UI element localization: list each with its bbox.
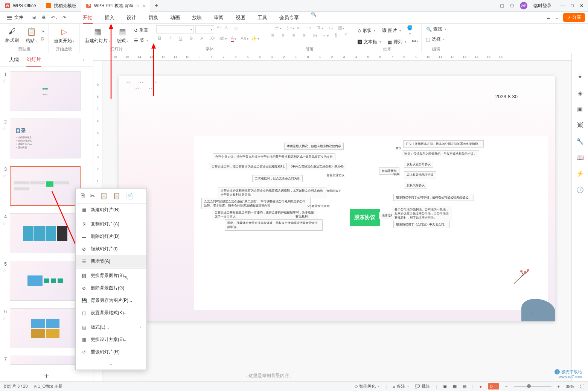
outline-icon[interactable]: ▭▾ <box>411 38 418 46</box>
redo-icon[interactable]: ↷ <box>62 15 66 20</box>
view-normal-icon[interactable]: ▣ <box>443 384 447 389</box>
ctx-save-bg[interactable]: 💾背景另存为图片(P)... <box>76 294 146 307</box>
numbering-icon[interactable]: ⋮≡▾ <box>285 25 292 30</box>
increase-indent-icon[interactable]: ⇥ <box>306 25 313 30</box>
animation-pane-icon[interactable]: ⚡ <box>576 170 584 177</box>
tab-animation[interactable]: 动画 <box>164 12 186 24</box>
canvas-viewport[interactable]: 〰 〰 〰 〰 〰 2023-8-30 股东协议 本质是股人协议，但也有股东协议… <box>102 61 571 381</box>
tab-tools[interactable]: 工具 <box>251 12 273 24</box>
star-icon[interactable]: ☆ <box>2 268 6 274</box>
fit-icon[interactable]: ⛶ <box>580 384 584 389</box>
template-icon[interactable]: ▣ <box>577 106 583 113</box>
italic-icon[interactable]: I <box>167 36 174 41</box>
gallery-icon[interactable]: 🖼 <box>577 122 583 129</box>
notes-placeholder[interactable]: ，这里是举例背景内容。 <box>244 373 294 379</box>
beautify-button[interactable]: ◇ 智能美化 ▾ <box>355 383 379 389</box>
align-left-icon[interactable]: ≡ <box>269 33 276 38</box>
cube-icon[interactable]: ⬡ <box>510 3 514 8</box>
tab-slideshow[interactable]: 放映 <box>186 12 208 24</box>
strike-icon[interactable]: S̶ <box>188 36 195 41</box>
star-icon[interactable]: ☆ <box>2 173 6 179</box>
shadow-icon[interactable]: A <box>198 36 205 41</box>
minimize-icon[interactable]: — <box>561 3 565 8</box>
ctx-copy-slide[interactable]: ⎘复制幻灯片(A) <box>76 218 146 230</box>
bullets-icon[interactable]: ☰▾ <box>274 25 281 30</box>
font-size-select[interactable]: ▾ <box>195 25 214 33</box>
star-icon[interactable]: ☆ <box>2 316 6 321</box>
ctx-delete-slide[interactable]: ▬删除幻灯片(D) <box>76 230 146 243</box>
search-icon[interactable]: 🔍 <box>311 12 317 24</box>
star-icon[interactable]: ☆ <box>2 221 6 226</box>
notes-button[interactable]: ≡ 备注 ▾ <box>393 383 408 389</box>
panel-tab-outline[interactable]: 大纲 <box>9 53 19 66</box>
tab-insert[interactable]: 插入 <box>99 12 120 24</box>
shapes-button[interactable]: ◇形状▾ <box>356 25 377 36</box>
underline-icon[interactable]: U <box>177 36 184 41</box>
close-icon[interactable]: ✕ <box>580 3 583 8</box>
ctx-change-design[interactable]: ▦更换设计方案(E)... <box>76 333 146 346</box>
find-button[interactable]: 🔍查找▾ <box>425 25 448 33</box>
ctx-paste-icon[interactable]: 📋 <box>100 192 108 199</box>
reading-icon[interactable]: 📖 <box>576 154 584 161</box>
paste-button[interactable]: 📋粘贴▾ <box>23 26 39 45</box>
decrease-indent-icon[interactable]: ⇤ <box>296 25 302 30</box>
maximize-icon[interactable]: □ <box>571 3 574 8</box>
layout-icon[interactable]: ▢ <box>500 3 504 8</box>
cut-icon[interactable]: ✂ <box>41 29 45 34</box>
panel-tab-slides[interactable]: 幻灯片 <box>26 53 41 67</box>
change-case-icon[interactable]: Aa▾ <box>241 36 247 41</box>
tab-docer[interactable]: 找稻壳模板 <box>41 0 81 12</box>
handle-icon[interactable]: — <box>578 59 582 64</box>
tab-start[interactable]: 开始 <box>77 12 99 24</box>
align-text-icon[interactable]: ↔▾ <box>322 33 329 38</box>
comments-button[interactable]: 💬 批注 <box>415 383 430 389</box>
zoom-level[interactable]: 35% <box>566 384 574 389</box>
login-status[interactable]: 临时登录 <box>533 3 551 9</box>
star-icon[interactable]: ☆ <box>2 126 6 131</box>
ctx-add-section[interactable]: ☰新增节(A) <box>76 255 146 268</box>
slide-thumbnail[interactable]: 2☆ 目录✓ 介绍基本信息✓ 介绍公司文化✓ 详细介绍产品✓ 营销方案 <box>0 117 93 164</box>
panel-collapse-icon[interactable]: ‹ <box>82 57 84 62</box>
design-icon[interactable]: ✦ <box>577 73 582 81</box>
ctx-paste-text-icon[interactable]: 📄 <box>126 192 133 199</box>
ctx-new-slide[interactable]: ▦新建幻灯片(N) <box>76 204 146 216</box>
increase-font-icon[interactable]: A⁺ <box>216 25 222 33</box>
format-brush-button[interactable]: 🖌格式刷 <box>3 26 21 44</box>
font-family-select[interactable]: ▾ <box>156 25 194 33</box>
text-direction-icon[interactable]: ↕▾ <box>327 25 334 30</box>
tab-wps-home[interactable]: W WPS Office <box>0 0 41 12</box>
layout-button[interactable]: ▤版式▾ <box>114 26 130 45</box>
text-effects-icon[interactable]: ✨▾ <box>251 36 258 41</box>
justify-icon[interactable]: ≡ <box>301 33 308 38</box>
decrease-font-icon[interactable]: A⁻ <box>224 25 231 33</box>
slide-thumbnail[interactable]: 1☆ ■■■·PPT· <box>0 70 93 117</box>
select-button[interactable]: ⬚选择▾ <box>425 35 448 43</box>
font-color-icon[interactable]: A▾ <box>230 36 237 41</box>
zoom-slider[interactable] <box>514 386 551 387</box>
clear-format-icon[interactable]: ◇ <box>232 25 239 33</box>
theme-indicator[interactable]: ⎘ 1_Office 主题 <box>34 383 63 389</box>
ctx-delete-bg[interactable]: ⊘删除背景图片(G) <box>76 282 146 294</box>
view-reading-icon[interactable]: ▤ <box>463 384 466 389</box>
slide-canvas[interactable]: 〰 〰 〰 〰 〰 2023-8-30 股东协议 本质是股人协议，但也有股东协议… <box>119 76 555 321</box>
bold-icon[interactable]: B <box>156 36 163 41</box>
ctx-more[interactable]: ⌄ <box>76 358 146 370</box>
new-tab-button[interactable]: + <box>150 2 163 9</box>
tab-member[interactable]: 会员专享 <box>273 12 305 24</box>
file-menu[interactable]: 文件 <box>3 14 27 21</box>
align-right-icon[interactable]: ≡ <box>290 33 297 38</box>
star-icon[interactable]: ☆ <box>2 79 6 84</box>
ctx-paste-special-icon[interactable]: 📋 <box>113 192 120 199</box>
columns-icon[interactable]: ▥▾ <box>338 25 344 30</box>
tab-design[interactable]: 设计 <box>120 12 142 24</box>
reset-button[interactable]: ↺重置 <box>133 26 150 34</box>
tab-current-file[interactable]: P WPS PPT教程.pptx ⊙ ✕ <box>81 0 150 12</box>
ctx-layout[interactable]: ▤版式(L)...› <box>76 321 146 333</box>
play-from-current-button[interactable]: ▷当页开始▾ <box>52 26 76 45</box>
ctx-bg-format[interactable]: ◫设置背景格式(K)... <box>76 307 146 319</box>
picture-button[interactable]: 🖼图片▾ <box>381 25 402 36</box>
ctx-cut-icon[interactable]: ✂ <box>90 192 95 199</box>
ctx-copy-icon[interactable]: ⎘ <box>81 192 85 199</box>
distribute-icon[interactable]: ⫴▾ <box>311 33 318 38</box>
collapse-ribbon-icon[interactable]: ⌄ <box>555 15 559 20</box>
